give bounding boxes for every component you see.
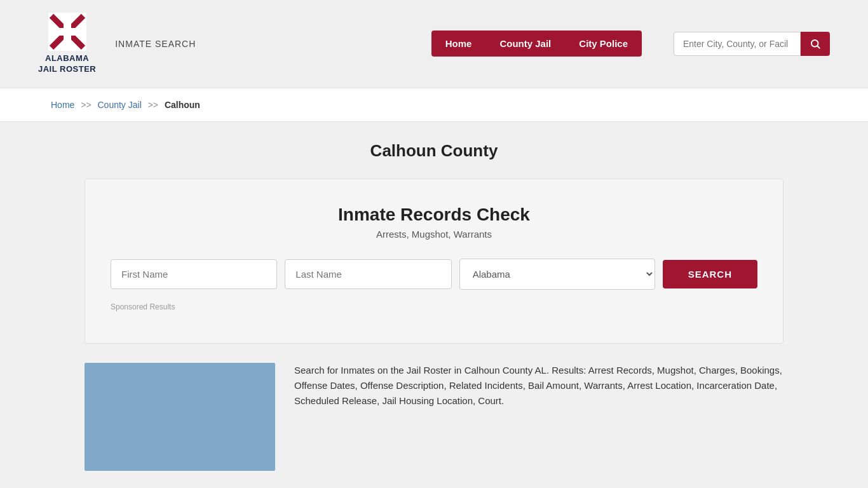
nav-home-button[interactable]: Home xyxy=(431,30,486,57)
logo-text: ALABAMA JAIL ROSTER xyxy=(38,53,96,75)
main-nav: Home County Jail City Police xyxy=(431,30,642,57)
bottom-section: Search for Inmates on the Jail Roster in… xyxy=(85,363,783,471)
breadcrumb-sep2: >> xyxy=(148,100,158,110)
records-subtitle: Arrests, Mugshot, Warrants xyxy=(111,229,757,240)
breadcrumb-county-jail-link[interactable]: County Jail xyxy=(98,100,142,110)
header-search-area xyxy=(674,32,830,56)
page-title: Calhoun County xyxy=(85,141,783,161)
breadcrumb-current: Calhoun xyxy=(165,100,200,110)
breadcrumb-home-link[interactable]: Home xyxy=(51,100,74,110)
first-name-input[interactable] xyxy=(111,259,277,289)
search-icon xyxy=(810,38,821,50)
records-title: Inmate Records Check xyxy=(111,205,757,225)
nav-city-police-button[interactable]: City Police xyxy=(565,30,642,57)
inmate-search-label: INMATE SEARCH xyxy=(115,39,196,49)
header-search-button[interactable] xyxy=(801,32,830,56)
nav-county-jail-button[interactable]: County Jail xyxy=(485,30,565,57)
breadcrumb: Home >> County Jail >> Calhoun xyxy=(0,88,868,122)
svg-rect-4 xyxy=(48,28,86,36)
breadcrumb-sep1: >> xyxy=(81,100,91,110)
records-check-box: Inmate Records Check Arrests, Mugshot, W… xyxy=(85,179,783,344)
svg-line-6 xyxy=(817,46,819,48)
last-name-input[interactable] xyxy=(285,259,451,289)
county-image xyxy=(85,363,275,471)
logo-area: ALABAMA JAIL ROSTER xyxy=(38,13,96,75)
header-search-input[interactable] xyxy=(674,32,801,56)
state-select[interactable]: Alabama xyxy=(459,259,655,290)
sponsored-label: Sponsored Results xyxy=(111,302,757,311)
county-description: Search for Inmates on the Jail Roster in… xyxy=(294,363,783,409)
logo-icon xyxy=(48,13,86,51)
inmate-search-form: Alabama SEARCH xyxy=(111,259,757,290)
site-header: ALABAMA JAIL ROSTER INMATE SEARCH Home C… xyxy=(0,0,868,88)
main-content: Calhoun County Inmate Records Check Arre… xyxy=(72,122,796,488)
records-search-button[interactable]: SEARCH xyxy=(663,260,757,288)
